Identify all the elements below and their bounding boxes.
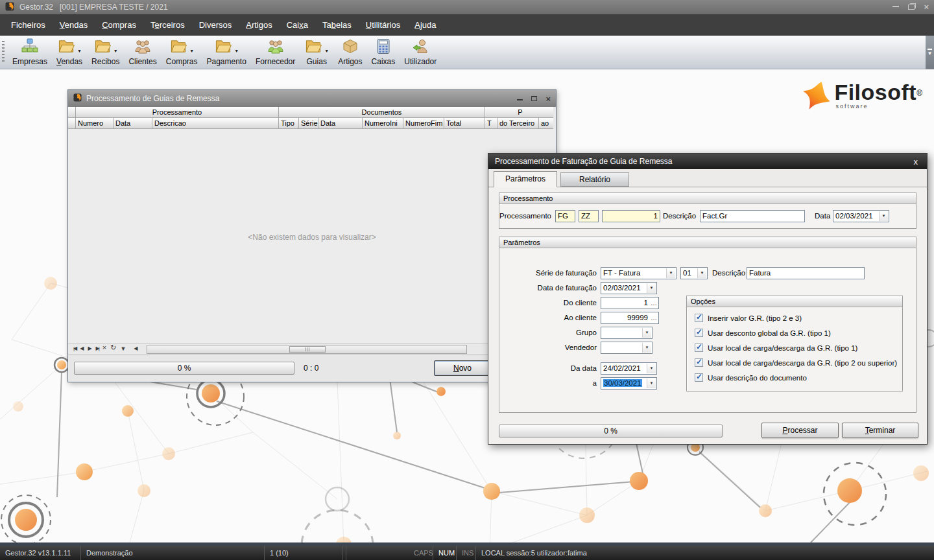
data-combo[interactable]: 02/03/2021▼ bbox=[833, 210, 889, 222]
menu-item[interactable]: Caixa bbox=[280, 14, 315, 36]
chevron-down-icon[interactable]: ▼ bbox=[324, 42, 329, 53]
chevron-down-icon[interactable]: ▼ bbox=[114, 42, 118, 53]
table-column-header[interactable] bbox=[68, 118, 76, 129]
nav-icon[interactable]: ▶| bbox=[94, 344, 101, 355]
close-icon[interactable]: × bbox=[924, 4, 929, 10]
chevron-down-icon[interactable]: ▼ bbox=[879, 211, 888, 221]
do-cliente-field[interactable]: 1… bbox=[601, 297, 659, 309]
table-column-header[interactable]: NumeroIni bbox=[363, 118, 403, 129]
menu-item[interactable]: Terceiros bbox=[143, 14, 192, 36]
nav-icon[interactable]: ↻ bbox=[108, 344, 118, 355]
table-column-header[interactable]: Total bbox=[444, 118, 485, 129]
toolbar-label: Fornecedor bbox=[256, 57, 295, 66]
toolbar-button[interactable]: ▼ Artigos bbox=[333, 36, 366, 69]
terminar-button[interactable]: Terminar bbox=[842, 423, 918, 438]
table-group-header[interactable] bbox=[68, 107, 76, 118]
table-column-header[interactable]: Data bbox=[318, 118, 363, 129]
scrollbar-thumb[interactable] bbox=[289, 346, 326, 353]
processar-button[interactable]: Processar bbox=[761, 423, 839, 438]
vendedor-combo[interactable]: ▼ bbox=[601, 342, 653, 354]
checkbox[interactable]: ✓ bbox=[695, 358, 703, 367]
nav-icon[interactable]: ▶ bbox=[86, 344, 93, 355]
ao-cliente-field[interactable]: 99999… bbox=[601, 312, 659, 324]
nav-icon[interactable]: ◀ bbox=[128, 344, 139, 355]
toolbar-button[interactable]: ▼ Pagamento bbox=[202, 36, 250, 69]
toolbar-button[interactable]: ▼ Guias bbox=[300, 36, 333, 69]
checkbox[interactable]: ✓ bbox=[695, 329, 703, 337]
chevron-down-icon[interactable]: ▼ bbox=[642, 328, 651, 338]
dialog-titlebar[interactable]: Processamento de Faturação de Guia de Re… bbox=[488, 154, 927, 169]
toolbar-button[interactable]: ▼ Caixas bbox=[367, 36, 400, 69]
data-faturacao-combo[interactable]: 02/03/2021▼ bbox=[601, 282, 657, 294]
toolbar-button[interactable]: ▼ Vendas bbox=[52, 36, 87, 69]
serie-numero-combo[interactable]: 01▼ bbox=[680, 267, 708, 279]
processamento-code2-field[interactable]: ZZ bbox=[579, 210, 599, 222]
toolbar-button[interactable]: ▼ Utilizador bbox=[400, 36, 441, 69]
toolbar-button[interactable]: ▼ Fornecedor bbox=[251, 36, 300, 69]
close-icon[interactable]: x bbox=[911, 157, 921, 167]
toolbar-button[interactable]: ▼ Clientes bbox=[124, 36, 161, 69]
processamento-number-field[interactable]: 1 bbox=[602, 210, 660, 222]
menu-item[interactable]: Artigos bbox=[239, 14, 279, 36]
maximize-icon[interactable] bbox=[531, 96, 537, 101]
chevron-down-icon[interactable]: ▼ bbox=[647, 364, 656, 373]
a-data-combo[interactable]: 30/03/2021▼ bbox=[601, 377, 657, 390]
da-data-combo[interactable]: 24/02/2021▼ bbox=[601, 362, 657, 375]
chevron-down-icon[interactable]: ▼ bbox=[77, 42, 82, 53]
menu-item[interactable]: Utilitários bbox=[359, 14, 407, 36]
serie-faturacao-combo[interactable]: FT - Fatura▼ bbox=[601, 267, 677, 279]
table-column-header[interactable]: Descricao bbox=[152, 118, 279, 129]
table-group-header[interactable]: P bbox=[485, 107, 553, 118]
table-column-header[interactable]: Série bbox=[299, 118, 318, 129]
checkbox[interactable]: ✓ bbox=[695, 373, 703, 382]
chevron-down-icon[interactable]: ▼ bbox=[647, 379, 656, 388]
check-icon: ✓ bbox=[696, 372, 702, 381]
descricao-field[interactable]: Fact.Gr bbox=[700, 210, 805, 222]
checkbox[interactable]: ✓ bbox=[695, 344, 703, 352]
tab-relatorio[interactable]: Relatório bbox=[560, 172, 629, 187]
close-icon[interactable]: × bbox=[545, 94, 551, 104]
chevron-down-icon[interactable]: ▼ bbox=[642, 343, 651, 353]
processamento-code1-field[interactable]: FG bbox=[555, 210, 575, 222]
toolbar-button[interactable]: ▼ Empresas bbox=[8, 36, 52, 69]
descricao-serie-field[interactable]: Fatura bbox=[747, 267, 865, 279]
horizontal-scrollbar[interactable] bbox=[147, 345, 467, 354]
checkbox[interactable]: ✓ bbox=[695, 314, 703, 322]
table-column-header[interactable]: NumeroFim bbox=[403, 118, 444, 129]
toolbar-button[interactable]: ▼ Compras bbox=[162, 36, 202, 69]
menu-item[interactable]: Compras bbox=[95, 14, 143, 36]
table-group-header[interactable]: Processamento bbox=[76, 107, 279, 118]
toolbar-overflow-button[interactable]: ▼ bbox=[926, 36, 934, 69]
table-column-header[interactable]: do Terceiro bbox=[497, 118, 539, 129]
chevron-down-icon[interactable]: ▼ bbox=[697, 268, 706, 278]
tab-parametros[interactable]: Parâmetros bbox=[494, 171, 557, 187]
table-column-header[interactable]: Tipo bbox=[279, 118, 299, 129]
table-column-header[interactable]: ao bbox=[539, 118, 553, 129]
restore-icon[interactable] bbox=[908, 5, 915, 10]
lookup-ellipsis-button[interactable]: … bbox=[651, 312, 657, 323]
minimize-icon[interactable] bbox=[892, 5, 899, 7]
lookup-ellipsis-button[interactable]: … bbox=[651, 298, 657, 309]
nav-icon[interactable]: ▼ bbox=[118, 344, 128, 355]
chevron-down-icon[interactable]: ▼ bbox=[647, 283, 656, 293]
chevron-down-icon[interactable]: ▼ bbox=[666, 268, 675, 278]
menu-item[interactable]: Ajuda bbox=[407, 14, 443, 36]
menu-item[interactable]: Diversos bbox=[192, 14, 239, 36]
menu-item[interactable]: Ficheiros bbox=[4, 14, 53, 36]
table-column-header[interactable]: T bbox=[485, 118, 497, 129]
nav-icon[interactable]: ◀ bbox=[78, 344, 86, 355]
menu-item[interactable]: Tabelas bbox=[315, 14, 359, 36]
table-column-header[interactable]: Numero bbox=[76, 118, 114, 129]
table-column-header[interactable]: Data bbox=[114, 118, 152, 129]
grupo-combo[interactable]: ▼ bbox=[601, 327, 653, 339]
nav-icon[interactable]: |◀ bbox=[71, 344, 78, 355]
minimize-icon[interactable] bbox=[517, 99, 523, 100]
guias-window-titlebar[interactable]: Processamento de Guias de Remessa × bbox=[68, 90, 556, 107]
nav-icon[interactable]: × bbox=[101, 344, 108, 355]
table-group-header[interactable]: Documentos bbox=[279, 107, 485, 118]
novo-button[interactable]: Novo bbox=[434, 360, 491, 376]
chevron-down-icon[interactable]: ▼ bbox=[234, 42, 239, 53]
menu-item[interactable]: Vendas bbox=[53, 14, 95, 36]
chevron-down-icon[interactable]: ▼ bbox=[189, 42, 194, 53]
toolbar-button[interactable]: ▼ Recibos bbox=[87, 36, 124, 69]
